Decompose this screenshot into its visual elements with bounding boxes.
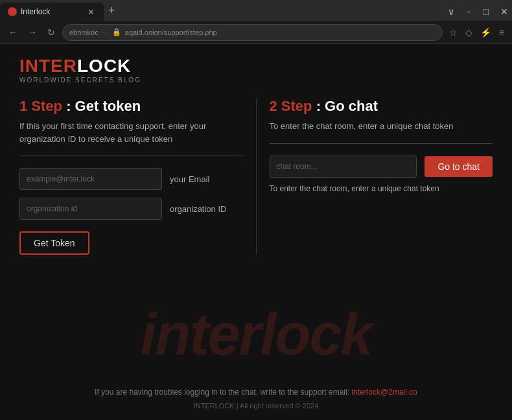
chat-token-row: Go to chat	[270, 156, 493, 178]
watermark-text: interlock	[140, 301, 371, 368]
step2-number: 2	[270, 98, 277, 114]
tab-favicon	[8, 7, 17, 16]
address-separator: ···	[102, 29, 108, 36]
step1-step-label: Step	[27, 98, 62, 114]
active-tab[interactable]: Interlock ✕	[0, 3, 104, 21]
logo: INTERLOCK	[19, 57, 493, 75]
minimize-button[interactable]: −	[462, 7, 475, 16]
step2-divider	[270, 143, 493, 144]
step1-heading: 1 Step : Get token	[19, 98, 243, 115]
toolbar-icons: ☆ ◇ ⚡ ≡	[447, 26, 507, 39]
org-row: organization ID	[19, 198, 243, 220]
page-content: INTERLOCK Worldwide Secrets Blog 1 Step …	[0, 44, 512, 420]
chevron-down-icon[interactable]: ∨	[444, 7, 458, 16]
address-bar[interactable]: ebhmkoc ··· 🔒 aqaid.onion/support/step.p…	[62, 24, 443, 41]
email-row: your Email	[19, 168, 243, 190]
address-right: aqaid.onion/support/step.php	[125, 29, 217, 36]
step1-divider	[19, 156, 243, 156]
menu-icon[interactable]: ≡	[496, 26, 507, 39]
lock-icon: 🔒	[112, 28, 121, 36]
browser-toolbar: ← → ↻ ebhmkoc ··· 🔒 aqaid.onion/support/…	[0, 21, 512, 44]
footer-copyright: INTERLOCK | All right reserved © 2024	[19, 402, 493, 410]
get-token-button[interactable]: Get Token	[19, 231, 89, 255]
step2-column: 2 Step : Go chat To enter the chat room,…	[256, 98, 493, 255]
star-icon[interactable]: ☆	[447, 26, 460, 39]
step1-number: 1	[19, 98, 27, 114]
footer-trouble-text: If you are having troubles logging in to…	[19, 388, 493, 397]
back-button[interactable]: ←	[5, 26, 21, 39]
shield-icon[interactable]: ◇	[463, 26, 475, 39]
step1-column: 1 Step : Get token If this your first ti…	[19, 98, 256, 255]
footer: If you are having troubles logging in to…	[0, 377, 512, 420]
org-input[interactable]	[19, 198, 162, 220]
new-tab-button[interactable]: +	[104, 3, 119, 18]
go-to-chat-button[interactable]: Go to chat	[425, 156, 493, 177]
maximize-button[interactable]: □	[480, 7, 493, 16]
step2-step-label: Step	[277, 98, 312, 114]
step2-colon: :	[312, 98, 321, 114]
window-controls: ∨ − □ ✕	[444, 3, 512, 21]
close-button[interactable]: ✕	[496, 7, 512, 16]
logo-lock: LOCK	[77, 56, 131, 76]
email-label: your Email	[170, 174, 209, 184]
chat-note: To enter the chat room, enter a unique c…	[270, 184, 493, 193]
chat-token-input[interactable]	[270, 156, 417, 178]
email-input[interactable]	[19, 168, 162, 190]
step1-title: Get token	[71, 98, 141, 114]
step1-description: If this your first time contacting suppo…	[19, 120, 243, 145]
footer-email: interlock@2mail.co	[351, 388, 417, 397]
tab-title: Interlock	[21, 7, 50, 16]
refresh-button[interactable]: ↻	[44, 26, 58, 39]
org-label: organization ID	[170, 204, 226, 214]
browser-tab-bar: Interlock ✕ + ∨ − □ ✕	[0, 0, 512, 21]
watermark: interlock	[0, 301, 512, 368]
logo-area: INTERLOCK Worldwide Secrets Blog	[19, 57, 493, 84]
logo-inter: INTER	[19, 56, 77, 76]
step2-description: To enter the chat room, enter a unique c…	[270, 120, 493, 133]
forward-button[interactable]: →	[25, 26, 40, 39]
address-left: ebhmkoc	[69, 29, 99, 36]
logo-subtitle: Worldwide Secrets Blog	[19, 76, 493, 84]
steps-container: 1 Step : Get token If this your first ti…	[19, 98, 493, 255]
step2-heading: 2 Step : Go chat	[270, 98, 493, 115]
tab-close-button[interactable]: ✕	[86, 7, 96, 17]
step2-title: Go chat	[321, 98, 378, 114]
extension-icon[interactable]: ⚡	[478, 26, 494, 39]
step1-colon: :	[62, 98, 71, 114]
